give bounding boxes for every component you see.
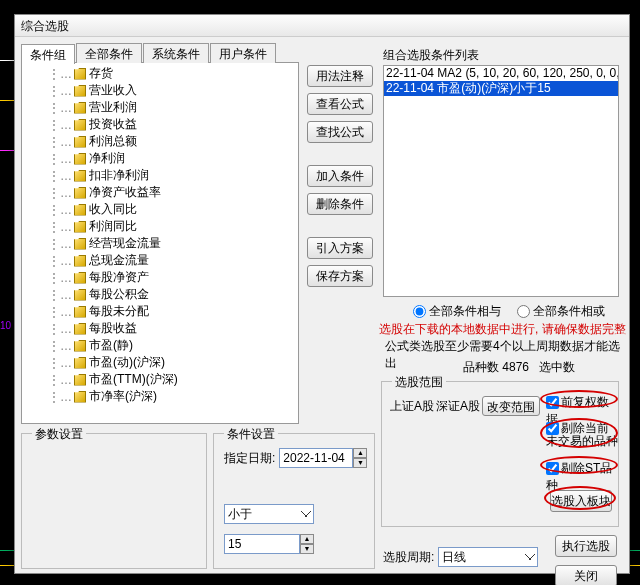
stock-filter-dialog: 综合选股 条件组 全部条件 系统条件 用户条件 ⋮…存货⋮…营业收入⋮…营业利润…: [14, 14, 630, 574]
value-input[interactable]: [224, 534, 300, 554]
find-formula-button[interactable]: 查找公式: [307, 121, 373, 143]
folder-icon: [74, 68, 86, 80]
list-item[interactable]: 22-11-04 MA2 (5, 10, 20, 60, 120, 250, 0…: [384, 66, 618, 81]
tree-item[interactable]: ⋮…每股未分配: [26, 303, 294, 320]
tabbar: 条件组 全部条件 系统条件 用户条件: [21, 43, 277, 63]
sz-label: 深证A股: [436, 398, 480, 415]
cycle-row: 选股周期: 日线: [383, 547, 538, 567]
radio-or[interactable]: 全部条件相或: [517, 303, 605, 320]
tab-user-conditions[interactable]: 用户条件: [210, 43, 276, 63]
folder-icon: [74, 102, 86, 114]
condition-list[interactable]: 22-11-04 MA2 (5, 10, 20, 60, 120, 250, 0…: [383, 65, 619, 297]
list-item[interactable]: 22-11-04 市盈(动)(沪深)小于15: [384, 81, 618, 96]
tree-item[interactable]: ⋮…投资收益: [26, 116, 294, 133]
close-button[interactable]: 关闭: [555, 565, 617, 585]
date-down-button[interactable]: ▼: [353, 458, 367, 468]
delete-condition-button[interactable]: 删除条件: [307, 193, 373, 215]
action-column: 用法注释 查看公式 查找公式 加入条件 删除条件 引入方案 保存方案: [307, 65, 373, 287]
tree-item[interactable]: ⋮…利润总额: [26, 133, 294, 150]
folder-icon: [74, 357, 86, 369]
change-scope-button[interactable]: 改变范围: [482, 396, 540, 416]
folder-icon: [74, 85, 86, 97]
folder-icon: [74, 187, 86, 199]
tree-item[interactable]: ⋮…扣非净利润: [26, 167, 294, 184]
value-up-button[interactable]: ▲: [300, 534, 314, 544]
condition-fieldset: 条件设置 指定日期: ▲ ▼ 小于: [213, 433, 375, 569]
tree-item[interactable]: ⋮…市盈(动)(沪深): [26, 354, 294, 371]
condition-list-label: 组合选股条件列表: [383, 47, 479, 64]
tree-item[interactable]: ⋮…营业收入: [26, 82, 294, 99]
date-label: 指定日期:: [224, 450, 275, 467]
folder-icon: [74, 340, 86, 352]
tree-item[interactable]: ⋮…存货: [26, 65, 294, 82]
cycle-label: 选股周期:: [383, 549, 434, 566]
save-plan-button[interactable]: 保存方案: [307, 265, 373, 287]
view-formula-button[interactable]: 查看公式: [307, 93, 373, 115]
logic-radio-group: 全部条件相与 全部条件相或: [413, 303, 605, 320]
folder-icon: [74, 136, 86, 148]
tree-item[interactable]: ⋮…营业利润: [26, 99, 294, 116]
sh-label: 上证A股: [390, 398, 434, 415]
condition-tree[interactable]: ⋮…存货⋮…营业收入⋮…营业利润⋮…投资收益⋮…利润总额⋮…净利润⋮…扣非净利润…: [21, 62, 299, 424]
date-input[interactable]: [279, 448, 353, 468]
tab-system-conditions[interactable]: 系统条件: [143, 43, 209, 63]
tab-condition-group[interactable]: 条件组: [21, 44, 75, 64]
folder-icon: [74, 374, 86, 386]
folder-icon: [74, 255, 86, 267]
folder-icon: [74, 170, 86, 182]
folder-icon: [74, 153, 86, 165]
tree-item[interactable]: ⋮…每股公积金: [26, 286, 294, 303]
folder-icon: [74, 323, 86, 335]
tree-item[interactable]: ⋮…市盈(TTM)(沪深): [26, 371, 294, 388]
radio-and[interactable]: 全部条件相与: [413, 303, 501, 320]
folder-icon: [74, 221, 86, 233]
tree-item[interactable]: ⋮…利润同比: [26, 218, 294, 235]
folder-icon: [74, 238, 86, 250]
tab-all-conditions[interactable]: 全部条件: [76, 43, 142, 63]
folder-icon: [74, 204, 86, 216]
value-down-button[interactable]: ▼: [300, 544, 314, 554]
add-condition-button[interactable]: 加入条件: [307, 165, 373, 187]
import-plan-button[interactable]: 引入方案: [307, 237, 373, 259]
folder-icon: [74, 119, 86, 131]
folder-icon: [74, 289, 86, 301]
window-title: 综合选股: [15, 15, 629, 37]
tree-item[interactable]: ⋮…经营现金流量: [26, 235, 294, 252]
exclude-st-checkbox[interactable]: 剔除ST品种: [546, 460, 618, 494]
date-up-button[interactable]: ▲: [353, 448, 367, 458]
counts-text: 品种数 4876 选中数: [463, 359, 575, 376]
tree-item[interactable]: ⋮…净利润: [26, 150, 294, 167]
exclude-nontrading-checkbox[interactable]: 剔除当前未交易的品种: [546, 422, 618, 448]
cycle-select[interactable]: 日线: [438, 547, 538, 567]
tree-item[interactable]: ⋮…市净率(沪深): [26, 388, 294, 405]
tree-item[interactable]: ⋮…收入同比: [26, 201, 294, 218]
tree-item[interactable]: ⋮…总现金流量: [26, 252, 294, 269]
param-fieldset: 参数设置: [21, 433, 207, 569]
tree-item[interactable]: ⋮…净资产收益率: [26, 184, 294, 201]
usage-notes-button[interactable]: 用法注释: [307, 65, 373, 87]
operator-select[interactable]: 小于: [224, 504, 314, 524]
scope-fieldset: 选股范围 上证A股 深证A股 改变范围 前复权数据 剔除当前未交易的品种 剔除S…: [381, 381, 619, 527]
folder-icon: [74, 306, 86, 318]
folder-icon: [74, 391, 86, 403]
to-block-button[interactable]: 选股入板块: [550, 490, 612, 512]
run-button[interactable]: 执行选股: [555, 535, 617, 557]
data-warning-text: 选股在下载的本地数据中进行, 请确保数据完整: [379, 321, 626, 338]
tree-item[interactable]: ⋮…每股收益: [26, 320, 294, 337]
tree-item[interactable]: ⋮…市盈(静): [26, 337, 294, 354]
tree-item[interactable]: ⋮…每股净资产: [26, 269, 294, 286]
folder-icon: [74, 272, 86, 284]
